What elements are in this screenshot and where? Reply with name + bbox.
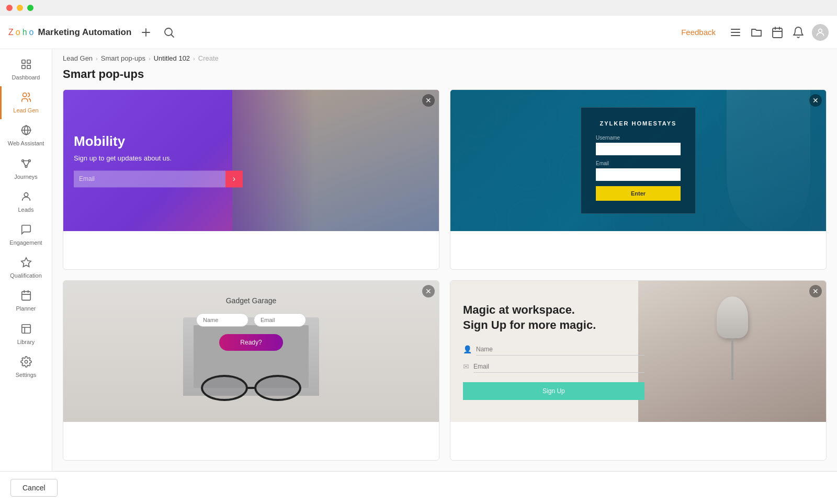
tmpl2-email-label: Email: [596, 161, 681, 166]
content: Lead Gen › Smart pop-ups › Untitled 102 …: [52, 49, 837, 471]
svg-rect-13: [27, 60, 30, 63]
tmpl1-title: Mobility: [74, 133, 243, 150]
tmpl4-name-icon: 👤: [463, 345, 472, 353]
tmpl4-email-icon: ✉: [463, 362, 469, 371]
tmpl3-email-input[interactable]: [254, 313, 306, 327]
calendar-icon[interactable]: [770, 25, 785, 40]
template-preview-gadget: Gadget Garage Ready?: [63, 281, 439, 422]
template-preview-zylker: ZYLKER HOMESTAYS Username Email Enter: [450, 90, 826, 231]
sidebar-label-qualification: Qualification: [10, 272, 42, 279]
list-view-icon[interactable]: [728, 25, 743, 40]
sidebar-item-web-assistant[interactable]: Web Assistant: [0, 119, 52, 152]
tmpl1-email-input[interactable]: [74, 171, 225, 188]
template-preview-magic: Magic at workspace.Sign Up for more magi…: [450, 281, 826, 422]
svg-point-28: [25, 360, 28, 363]
sidebar-item-settings[interactable]: Settings: [0, 351, 52, 384]
breadcrumb-sep-3: ›: [193, 55, 195, 62]
tmpl2-form: ZYLKER HOMESTAYS Username Email Enter: [581, 107, 696, 214]
app-title: Marketing Automation: [38, 27, 132, 38]
notifications-icon[interactable]: [791, 25, 806, 40]
svg-point-16: [22, 93, 26, 97]
tmpl4-signup-btn[interactable]: Sign Up: [463, 382, 644, 400]
sidebar-item-engagement[interactable]: Engagement: [0, 219, 52, 251]
tmpl2-enter-btn[interactable]: Enter: [596, 186, 681, 201]
logo-area: Zoho Marketing Automation: [8, 27, 131, 38]
sidebar-label-web-assistant: Web Assistant: [8, 140, 44, 147]
svg-point-11: [819, 29, 822, 32]
search-button[interactable]: [161, 24, 177, 41]
template-card-zylker[interactable]: ZYLKER HOMESTAYS Username Email Enter ✕: [450, 89, 827, 270]
svg-rect-15: [27, 65, 30, 68]
tmpl3-brand: Gadget Garage: [226, 296, 277, 305]
lead-gen-icon: [20, 91, 32, 105]
breadcrumb-lead-gen[interactable]: Lead Gen: [63, 54, 93, 62]
breadcrumb-sep-2: ›: [149, 55, 151, 62]
sidebar-label-journeys: Journeys: [14, 174, 38, 180]
sidebar-item-leads[interactable]: Leads: [0, 186, 52, 219]
web-assistant-icon: [20, 124, 32, 138]
svg-point-21: [24, 192, 28, 196]
close-dot[interactable]: [6, 5, 13, 11]
page-title: Smart pop-ups: [52, 65, 837, 89]
template-card-mobility[interactable]: Mobility Sign up to get updates about us…: [63, 89, 439, 270]
svg-rect-7: [773, 28, 782, 38]
header-right: Feedback: [677, 24, 829, 41]
header-actions: [728, 24, 829, 41]
settings-icon: [20, 356, 32, 370]
sidebar-label-lead-gen: Lead Gen: [13, 107, 38, 114]
close-gadget-btn[interactable]: ✕: [422, 285, 435, 297]
svg-rect-27: [21, 324, 30, 333]
add-button[interactable]: [138, 24, 154, 41]
tmpl3-ready-btn[interactable]: Ready?: [219, 334, 282, 351]
maximize-dot[interactable]: [27, 5, 33, 11]
journeys-icon: [20, 158, 32, 171]
folder-icon[interactable]: [749, 25, 764, 40]
sidebar-label-planner: Planner: [16, 305, 36, 312]
sidebar-item-dashboard[interactable]: Dashboard: [0, 53, 52, 86]
close-zylker-btn[interactable]: ✕: [809, 94, 822, 107]
avatar[interactable]: [812, 24, 829, 41]
svg-rect-5: [731, 32, 740, 33]
breadcrumb-sep-1: ›: [96, 55, 98, 62]
zoho-letter-o2: o: [29, 28, 34, 37]
tmpl2-username-input[interactable]: [596, 143, 681, 155]
svg-marker-22: [21, 258, 30, 267]
zoho-letter-o1: o: [16, 28, 20, 37]
svg-rect-4: [731, 29, 740, 30]
tmpl4-name-input[interactable]: [476, 343, 644, 356]
sidebar-item-qualification[interactable]: Qualification: [0, 251, 52, 284]
dashboard-icon: [20, 59, 32, 72]
template-preview-mobility: Mobility Sign up to get updates about us…: [63, 90, 439, 231]
tmpl1-submit-btn[interactable]: ›: [225, 171, 243, 188]
close-magic-btn[interactable]: ✕: [809, 285, 822, 297]
titlebar: [0, 0, 837, 16]
sidebar-item-library[interactable]: Library: [0, 318, 52, 351]
sidebar: Dashboard Lead Gen Web Assistant: [0, 49, 52, 471]
sidebar-item-lead-gen[interactable]: Lead Gen: [0, 86, 52, 119]
footer: Cancel: [0, 471, 837, 504]
leads-icon: [20, 191, 32, 204]
cancel-button[interactable]: Cancel: [10, 479, 58, 497]
library-icon: [20, 323, 32, 337]
breadcrumb-untitled-102[interactable]: Untitled 102: [154, 54, 190, 62]
breadcrumb-smart-pop-ups[interactable]: Smart pop-ups: [101, 54, 145, 62]
feedback-button[interactable]: Feedback: [677, 26, 720, 39]
sidebar-item-planner[interactable]: Planner: [0, 284, 52, 317]
main-area: Dashboard Lead Gen Web Assistant: [0, 49, 837, 471]
qualification-icon: [20, 257, 32, 270]
minimize-dot[interactable]: [17, 5, 23, 11]
tmpl3-name-input[interactable]: [196, 313, 248, 327]
zoho-letter-h: h: [22, 28, 27, 37]
zoho-logo: Zoho: [8, 28, 34, 37]
tmpl1-subtitle: Sign up to get updates about us.: [74, 154, 243, 163]
header-left: Zoho Marketing Automation: [8, 24, 177, 41]
close-mobility-btn[interactable]: ✕: [422, 94, 435, 107]
svg-rect-14: [21, 65, 25, 68]
svg-rect-23: [21, 292, 30, 301]
tmpl2-email-input[interactable]: [596, 168, 681, 181]
tmpl2-username-label: Username: [596, 135, 681, 141]
tmpl4-email-input[interactable]: [473, 361, 644, 373]
template-card-magic[interactable]: Magic at workspace.Sign Up for more magi…: [450, 280, 827, 461]
sidebar-item-journeys[interactable]: Journeys: [0, 153, 52, 186]
template-card-gadget[interactable]: Gadget Garage Ready? ✕: [63, 280, 439, 461]
